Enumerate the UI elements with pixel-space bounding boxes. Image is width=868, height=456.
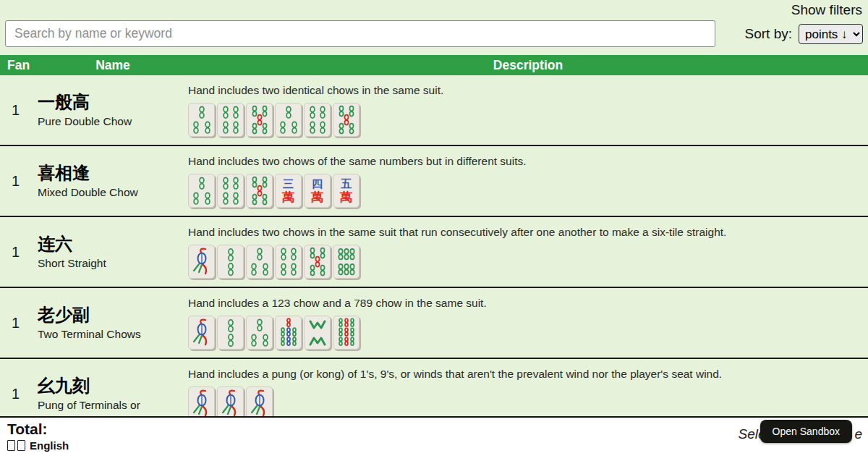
mahjong-tile-b4 [304, 103, 331, 137]
mahjong-tile-b3 [246, 245, 273, 279]
table-row[interactable]: 1 幺九刻 Pung of Terminals or Hand includes… [0, 359, 868, 416]
fan-points-value: 1 [0, 217, 38, 287]
mahjong-tile-b2 [217, 245, 244, 279]
fan-name-cell: 连六 Short Straight [38, 217, 188, 287]
example-tiles: 三萬四萬五萬 [188, 174, 868, 208]
fan-name-cell: 一般高 Pure Double Chow [38, 75, 188, 145]
fan-name-cell: 老少副 Two Terminal Chows [38, 288, 188, 358]
fan-name-chinese: 连六 [38, 235, 188, 253]
fan-name-cell: 喜相逢 Mixed Double Chow [38, 146, 188, 216]
fan-table-body: 1 一般高 Pure Double Chow Hand includes two… [0, 75, 868, 416]
fan-name-chinese: 幺九刻 [38, 376, 188, 394]
flag-tofu-icon [17, 440, 25, 451]
mahjong-tile-b3 [188, 174, 215, 208]
table-row[interactable]: 1 一般高 Pure Double Chow Hand includes two… [0, 75, 868, 146]
select-hint-suffix: e [854, 426, 862, 442]
table-row[interactable]: 1 连六 Short Straight Hand includes two ch… [0, 217, 868, 288]
mahjong-tile-b1 [188, 245, 215, 279]
mahjong-tile-b6 [333, 245, 359, 279]
example-tiles [188, 103, 868, 137]
mahjong-tile-b8 [304, 316, 331, 350]
fan-name-chinese: 一般高 [38, 93, 188, 111]
mahjong-tile-b2 [217, 316, 244, 350]
sort-select[interactable]: points ↓ [799, 24, 863, 44]
mahjong-tile-b1 [217, 387, 244, 416]
open-sandbox-button[interactable]: Open Sandbox [760, 420, 852, 443]
fan-description-cell: Hand includes a pung (or kong) of 1's, 9… [188, 359, 868, 416]
fan-description-cell: Hand includes two chows of the same numb… [188, 146, 868, 216]
fan-description: Hand includes two chows of the same numb… [188, 155, 868, 168]
mahjong-tile-b5 [304, 245, 331, 279]
fan-points-value: 1 [0, 288, 38, 358]
fan-description-cell: Hand includes two chows in the same suit… [188, 217, 868, 287]
mahjong-fan-list-app: Show filters Sort by: points ↓ Fan Name … [0, 0, 868, 456]
sort-label: Sort by: [745, 26, 792, 42]
fan-description-cell: Hand includes a 123 chow and a 789 chow … [188, 288, 868, 358]
fan-name-english: Pung of Terminals or [38, 399, 188, 412]
mahjong-tile-m3: 三萬 [275, 174, 302, 208]
mahjong-tile-m4: 四萬 [304, 174, 331, 208]
language-label: English [30, 439, 69, 452]
fan-name-english: Mixed Double Chow [38, 186, 188, 199]
mahjong-tile-b4 [217, 103, 244, 137]
fan-points-value: 1 [0, 75, 38, 145]
mahjong-tile-m5: 五萬 [333, 174, 359, 208]
total-label: Total: [7, 421, 48, 438]
example-tiles [188, 316, 868, 350]
fan-description: Hand includes two identical chows in the… [188, 84, 868, 97]
fan-description: Hand includes a pung (or kong) of 1's, 9… [188, 368, 868, 381]
language-switcher[interactable]: English [7, 439, 69, 452]
fan-description-cell: Hand includes two identical chows in the… [188, 75, 868, 145]
mahjong-tile-b3 [246, 316, 273, 350]
mahjong-tile-b7 [275, 316, 302, 350]
mahjong-tile-b4 [275, 245, 302, 279]
mahjong-tile-b3 [188, 103, 215, 137]
mahjong-tile-b4 [217, 174, 244, 208]
header-description: Description [188, 58, 868, 73]
fan-name-english: Pure Double Chow [38, 115, 188, 128]
fan-points-value: 1 [0, 359, 38, 416]
fan-name-chinese: 老少副 [38, 305, 188, 324]
mahjong-tile-b5 [246, 174, 273, 208]
show-filters-link[interactable]: Show filters [791, 2, 862, 18]
search-input[interactable] [5, 20, 715, 47]
fan-name-english: Short Straight [38, 257, 188, 270]
table-row[interactable]: 1 老少副 Two Terminal Chows Hand includes a… [0, 288, 868, 359]
mahjong-tile-b1 [246, 387, 273, 416]
fan-name-english: Two Terminal Chows [38, 328, 188, 341]
table-row[interactable]: 1 喜相逢 Mixed Double Chow Hand includes tw… [0, 146, 868, 217]
example-tiles [188, 387, 868, 416]
example-tiles [188, 245, 868, 279]
mahjong-tile-b9 [333, 316, 359, 350]
mahjong-tile-b1 [188, 316, 215, 350]
footer-bar: Total: English Select e Open Sandbox [0, 416, 868, 456]
sort-control: Sort by: points ↓ [745, 24, 863, 44]
mahjong-tile-b3 [275, 103, 302, 137]
fan-description: Hand includes a 123 chow and a 789 chow … [188, 297, 868, 310]
table-header: Fan Name Description [0, 55, 868, 75]
fan-name-cell: 幺九刻 Pung of Terminals or [38, 359, 188, 416]
header-fan: Fan [0, 58, 38, 73]
mahjong-tile-b1 [188, 387, 215, 416]
header-name: Name [38, 58, 188, 73]
fan-name-chinese: 喜相逢 [38, 164, 188, 182]
flag-tofu-icon [7, 440, 15, 451]
mahjong-tile-b5 [333, 103, 359, 137]
mahjong-tile-b5 [246, 103, 273, 137]
fan-description: Hand includes two chows in the same suit… [188, 226, 868, 239]
fan-points-value: 1 [0, 146, 38, 216]
